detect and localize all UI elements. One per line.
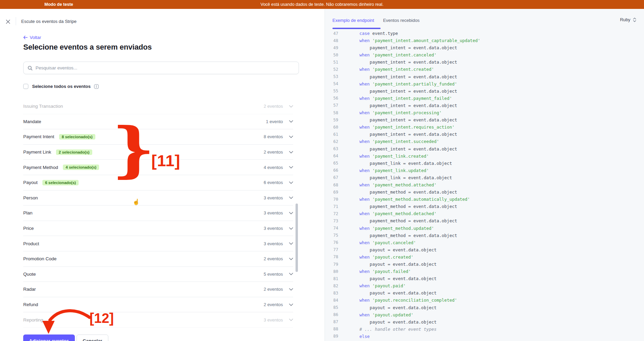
code-line: 84when 'payout.reconciliation_completed'	[325, 297, 644, 304]
code-line: 79 payout = event.data.object	[325, 261, 644, 268]
code-line: 53 payment_intent = event.data.object	[325, 73, 644, 80]
category-event-count: 2 eventos	[264, 302, 283, 307]
code-line: 55 payment_intent = event.data.object	[325, 88, 644, 95]
chevron-down-icon[interactable]	[289, 288, 293, 291]
cancel-button[interactable]: Cancelar	[77, 335, 108, 341]
event-category-row[interactable]: Quote5 eventos	[23, 267, 293, 282]
line-number: 61	[325, 132, 338, 137]
code-text: when 'payment_intent.processing'	[359, 109, 442, 116]
category-name: Payment Intent	[23, 134, 54, 139]
line-number: 77	[325, 247, 338, 252]
category-name: Issuing Transaction	[23, 104, 63, 109]
code-text: when 'payment_intent.partially_funded'	[359, 80, 457, 88]
back-link[interactable]: Voltar	[23, 35, 41, 40]
chevron-down-icon[interactable]	[289, 227, 293, 230]
code-line: 74when 'payment_method.updated'	[325, 225, 644, 232]
category-name: Product	[23, 241, 39, 246]
select-all-row: Selecione todos os eventos	[23, 84, 99, 89]
category-name: Payment Method	[23, 165, 58, 170]
tab-received-events[interactable]: Eventos recebidos	[383, 18, 420, 23]
line-number: 86	[325, 312, 338, 317]
event-category-row[interactable]: Price3 eventos	[23, 221, 293, 236]
line-number: 54	[325, 81, 338, 86]
line-number: 67	[325, 175, 338, 180]
event-category-row[interactable]: Payout6 selecionado(s)6 eventos	[23, 175, 293, 191]
select-all-checkbox[interactable]	[23, 84, 28, 89]
chevron-down-icon[interactable]	[289, 196, 293, 199]
category-event-count: 3 eventos	[264, 195, 283, 200]
event-category-row[interactable]: Payment Link2 selecionado(s)2 eventos	[23, 145, 293, 160]
code-line: 48when 'payment_intent.amount_capturable…	[325, 37, 644, 44]
category-name: Plan	[23, 210, 32, 215]
chevron-down-icon[interactable]	[289, 181, 293, 184]
chevron-down-icon[interactable]	[289, 303, 293, 306]
chevron-down-icon[interactable]	[289, 166, 293, 169]
code-line: 52when 'payment_intent.created'	[325, 66, 644, 73]
event-category-row[interactable]: Payment Method4 selecionado(s)4 eventos	[23, 160, 293, 175]
chevron-down-icon[interactable]	[289, 135, 293, 138]
code-text: payment_link = event.data.object	[359, 160, 452, 167]
selected-count-badge: 2 selecionado(s)	[56, 149, 92, 155]
code-line: 69 payment_method = event.data.object	[325, 188, 644, 196]
event-category-row[interactable]: Promotion Code2 eventos	[23, 251, 293, 267]
code-text: payment_intent = event.data.object	[359, 131, 457, 138]
line-number: 56	[325, 96, 338, 101]
tab-endpoint-example[interactable]: Exemplo de endpoint	[332, 18, 374, 23]
chevron-down-icon[interactable]	[289, 105, 293, 108]
event-category-row[interactable]: Product3 eventos	[23, 236, 293, 251]
code-text: when 'payment_method.detached'	[359, 210, 437, 217]
code-line: 61 payment_intent = event.data.object	[325, 131, 644, 138]
chevron-down-icon[interactable]	[289, 273, 293, 275]
event-category-row[interactable]: Plan3 eventos	[23, 206, 293, 221]
code-line: 65 payment_link = event.data.object	[325, 160, 644, 167]
chevron-down-icon[interactable]	[289, 120, 293, 123]
code-text: payout = event.data.object	[359, 275, 437, 282]
category-name: Payout	[23, 180, 38, 185]
add-events-button[interactable]: Adicionar eventos	[23, 335, 75, 341]
category-event-count: 1 evento	[266, 119, 283, 124]
chevron-down-icon[interactable]	[289, 151, 293, 154]
language-selector-value: Ruby	[620, 17, 630, 22]
chevron-down-icon[interactable]	[289, 258, 293, 260]
category-name: Promotion Code	[23, 256, 57, 261]
code-line: 66when 'payment_link.updated'	[325, 167, 644, 174]
code-line: 51 payment_intent = event.data.object	[325, 58, 644, 66]
chevron-down-icon[interactable]	[289, 318, 293, 321]
code-line: 76when 'payout.canceled'	[325, 239, 644, 246]
event-category-row[interactable]: Mandate1 evento	[23, 114, 293, 130]
event-category-row[interactable]: Issuing Transaction2 eventos	[23, 99, 293, 114]
chevron-down-icon[interactable]	[289, 212, 293, 214]
category-name: Payment Link	[23, 149, 51, 155]
event-category-row[interactable]: Reporting3 eventos	[23, 312, 293, 328]
category-event-count: 2 eventos	[264, 287, 283, 292]
event-category-row[interactable]: Payment Intent8 selecionado(s)8 eventos	[23, 129, 293, 145]
event-category-row[interactable]: Radar2 eventos	[23, 282, 293, 297]
back-arrow-icon	[23, 36, 28, 39]
code-line: 68when 'payment_method.attached'	[325, 181, 644, 188]
test-mode-label: Modo de teste	[38, 0, 79, 9]
event-category-row[interactable]: Person3 eventos	[23, 191, 293, 206]
search-input[interactable]	[36, 65, 294, 70]
code-line: 83 payout = event.data.object	[325, 289, 644, 297]
chevron-down-icon[interactable]	[289, 242, 293, 245]
event-category-row[interactable]: Refund2 eventos	[23, 297, 293, 313]
list-scrollbar-thumb[interactable]	[296, 204, 298, 272]
language-selector[interactable]: Ruby	[620, 17, 636, 22]
header-divider	[16, 17, 16, 25]
code-text: when 'payout.reconciliation_completed'	[359, 297, 457, 304]
code-text: payment_intent = event.data.object	[359, 88, 457, 95]
code-panel-tabs: Exemplo de endpoint Eventos recebidos	[332, 18, 420, 23]
code-line: 63 payment_intent = event.data.object	[325, 145, 644, 153]
code-line: 47case event.type	[325, 30, 644, 37]
info-icon[interactable]	[94, 84, 99, 89]
code-line: 57 payment_intent = event.data.object	[325, 102, 644, 109]
search-box[interactable]	[23, 62, 299, 74]
close-icon[interactable]	[4, 18, 12, 25]
category-event-count: 3 eventos	[264, 210, 283, 215]
code-line: 58when 'payment_intent.processing'	[325, 109, 644, 116]
line-number: 73	[325, 219, 338, 223]
code-line: 59 payment_intent = event.data.object	[325, 116, 644, 123]
code-line: 50when 'payment_intent.canceled'	[325, 51, 644, 58]
page-header-title: Escute os eventos da Stripe	[21, 19, 77, 24]
line-number: 85	[325, 305, 338, 310]
